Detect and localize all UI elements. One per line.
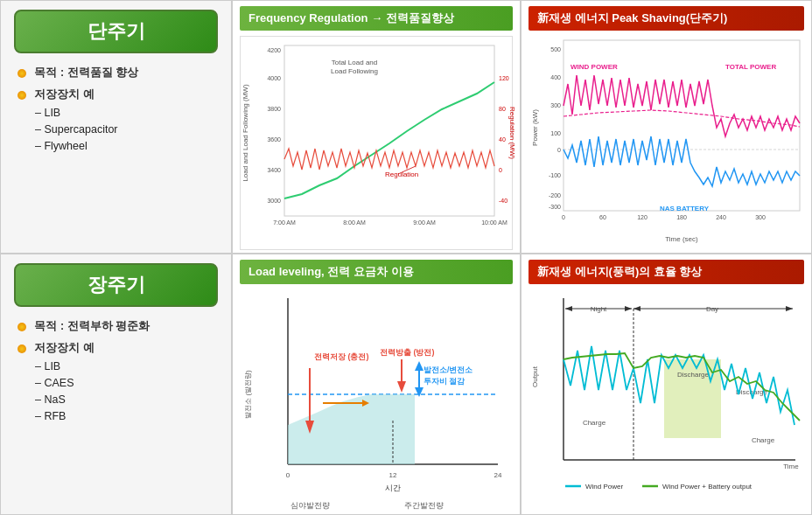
svg-text:400: 400 — [550, 74, 561, 80]
svg-text:Load Following: Load Following — [331, 67, 378, 75]
svg-text:4200: 4200 — [267, 47, 281, 53]
svg-text:0: 0 — [499, 167, 502, 173]
svg-text:-200: -200 — [549, 192, 561, 198]
bullet-dot-2 — [18, 91, 26, 100]
main-grid: 단주기 목적 : 전력품질 향상 저장장치 예 – LIB – Supercap… — [0, 0, 812, 515]
svg-text:24: 24 — [494, 471, 502, 479]
bottom-right-cell: 新재생 에너지(풍력)의 효율 향상 Output Time Night Day — [521, 254, 812, 515]
svg-marker-57 — [415, 387, 424, 397]
svg-text:300: 300 — [550, 102, 561, 108]
svg-text:180: 180 — [676, 214, 687, 220]
svg-text:120: 120 — [637, 214, 648, 220]
bullet-dot-3 — [18, 323, 26, 331]
freq-reg-header: Frequency Regulation → 전력품질향상 — [240, 6, 513, 31]
top-right-cell: 新재생 에너지 Peak Shaving(단주기) Power (kW) Tim… — [521, 0, 812, 254]
peak-shaving-header: 新재생 에너지 Peak Shaving(단주기) — [528, 6, 804, 31]
top-left-content: 목적 : 전력품질 향상 저장장치 예 – LIB – Supercapacit… — [14, 66, 138, 157]
svg-text:Charge: Charge — [752, 436, 775, 444]
svg-text:Power (kW): Power (kW) — [531, 109, 539, 146]
svg-text:3000: 3000 — [267, 198, 281, 204]
svg-text:투자비 절감: 투자비 절감 — [424, 377, 466, 386]
svg-text:Total Load and: Total Load and — [332, 59, 378, 66]
svg-marker-74 — [625, 306, 632, 311]
svg-text:8:00 AM: 8:00 AM — [343, 219, 366, 226]
svg-text:10:00 AM: 10:00 AM — [481, 219, 508, 226]
new-energy-header: 新재생 에너지(풍력)의 효율 향상 — [528, 260, 804, 284]
svg-text:7:00 AM: 7:00 AM — [273, 219, 296, 226]
svg-text:Regulation (MW): Regulation (MW) — [508, 107, 515, 159]
peak-shaving-chart: Power (kW) Time (sec) WIND POWER TOTAL P… — [528, 36, 804, 248]
svg-text:40: 40 — [499, 136, 506, 143]
svg-text:3600: 3600 — [267, 136, 281, 143]
svg-text:심야발전량: 심야발전량 — [290, 501, 330, 510]
bottom-left-cell: 장주기 목적 : 전력부하 평준화 저장장치 예 – LIB – CAES – … — [0, 254, 232, 515]
svg-text:4000: 4000 — [267, 75, 281, 81]
bullet-dot-4 — [18, 344, 26, 353]
svg-text:Wind Power + Battery output: Wind Power + Battery output — [662, 483, 752, 491]
svg-text:NAS BATTERY: NAS BATTERY — [660, 205, 710, 212]
svg-text:0: 0 — [286, 471, 290, 479]
svg-text:300: 300 — [755, 214, 766, 220]
top-left-title: 단주기 — [14, 10, 218, 53]
svg-text:시간: 시간 — [385, 484, 401, 492]
svg-text:12: 12 — [389, 471, 397, 479]
svg-marker-56 — [415, 361, 424, 371]
svg-text:Time (sec): Time (sec) — [665, 235, 698, 243]
svg-marker-78 — [786, 306, 793, 311]
svg-rect-0 — [284, 45, 494, 216]
svg-text:발전소 (발전량): 발전소 (발전량) — [244, 370, 252, 419]
svg-text:Charge: Charge — [583, 419, 606, 427]
svg-text:주간발전량: 주간발전량 — [404, 501, 444, 510]
svg-text:Output: Output — [531, 365, 539, 387]
svg-text:Load and Load Following (MW): Load and Load Following (MW) — [242, 84, 249, 182]
svg-text:-300: -300 — [549, 204, 561, 210]
bottom-left-content: 목적 : 전력부하 평준화 저장장치 예 – LIB – CAES – NaS … — [14, 319, 150, 427]
svg-text:Discharge: Discharge — [677, 371, 710, 379]
svg-marker-54 — [397, 381, 406, 393]
svg-marker-73 — [565, 306, 572, 311]
svg-marker-77 — [634, 306, 640, 311]
svg-text:전력방출 (방전): 전력방출 (방전) — [380, 348, 435, 357]
bottom-middle-cell: Load leveling, 전력 요금차 이용 발전소 (발전량) 전력저장 … — [232, 254, 521, 515]
svg-text:-100: -100 — [549, 172, 561, 178]
svg-text:100: 100 — [550, 130, 561, 136]
svg-text:60: 60 — [599, 214, 606, 220]
svg-text:발전소/변전소: 발전소/변전소 — [424, 365, 472, 374]
svg-text:0: 0 — [562, 214, 565, 220]
svg-text:Time: Time — [783, 463, 799, 470]
load-leveling-chart: 발전소 (발전량) 전력저장 (충전) 전력방출 (방전) — [240, 289, 513, 515]
svg-text:500: 500 — [550, 46, 561, 52]
new-energy-chart: Output Time Night Day Discharge Charg — [528, 289, 804, 515]
top-middle-cell: Frequency Regulation → 전력품질향상 Load and L… — [232, 0, 521, 254]
svg-text:3400: 3400 — [267, 167, 281, 173]
top-left-cell: 단주기 목적 : 전력품질 향상 저장장치 예 – LIB – Supercap… — [0, 0, 232, 254]
svg-text:WIND POWER: WIND POWER — [570, 63, 618, 71]
svg-text:Regulation: Regulation — [385, 171, 418, 178]
bullet-dot-1 — [18, 69, 26, 78]
freq-reg-chart: Load and Load Following (MW) Regulation … — [240, 36, 513, 250]
svg-text:240: 240 — [716, 214, 726, 220]
load-leveling-header: Load leveling, 전력 요금차 이용 — [240, 260, 513, 284]
svg-text:Wind Power: Wind Power — [585, 483, 623, 491]
svg-text:9:00 AM: 9:00 AM — [413, 219, 436, 226]
bottom-left-title: 장주기 — [14, 263, 218, 307]
svg-text:80: 80 — [499, 106, 506, 112]
svg-text:120: 120 — [499, 75, 509, 81]
svg-text:-40: -40 — [499, 198, 508, 204]
svg-text:3800: 3800 — [267, 106, 281, 112]
svg-text:0: 0 — [557, 147, 561, 153]
svg-text:전력저장 (충전): 전력저장 (충전) — [314, 352, 369, 361]
svg-text:TOTAL POWER: TOTAL POWER — [725, 63, 776, 71]
